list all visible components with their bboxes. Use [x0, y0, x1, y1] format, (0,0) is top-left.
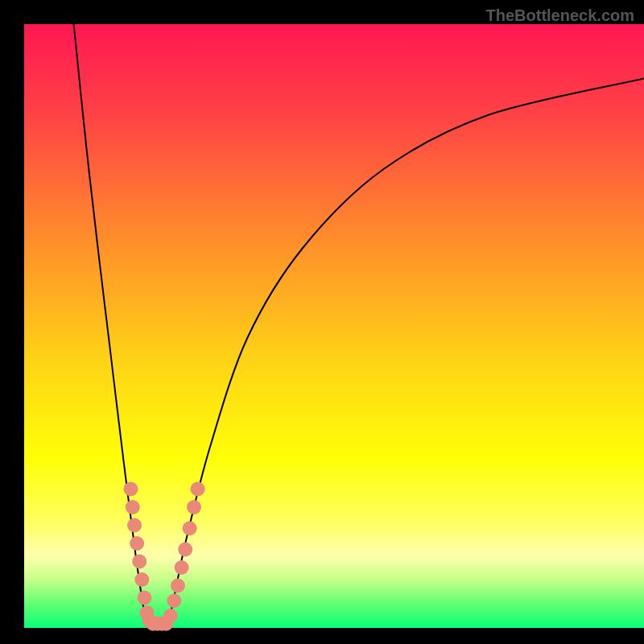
- data-marker: [134, 572, 149, 587]
- data-marker: [132, 555, 147, 569]
- data-marker: [178, 543, 192, 557]
- watermark-text: TheBottleneck.com: [486, 6, 634, 25]
- chart-container: [0, 0, 644, 644]
- data-marker: [130, 536, 144, 551]
- data-marker: [137, 591, 151, 605]
- data-marker: [187, 500, 201, 514]
- data-marker: [163, 609, 178, 623]
- plot-background: [24, 24, 644, 628]
- chart-svg: [0, 0, 644, 644]
- data-marker: [127, 518, 142, 533]
- data-marker: [175, 560, 189, 575]
- data-marker: [191, 482, 205, 497]
- data-marker: [183, 521, 197, 535]
- data-marker: [126, 500, 140, 514]
- data-marker: [167, 593, 181, 608]
- data-marker: [171, 579, 185, 593]
- data-marker: [123, 482, 138, 497]
